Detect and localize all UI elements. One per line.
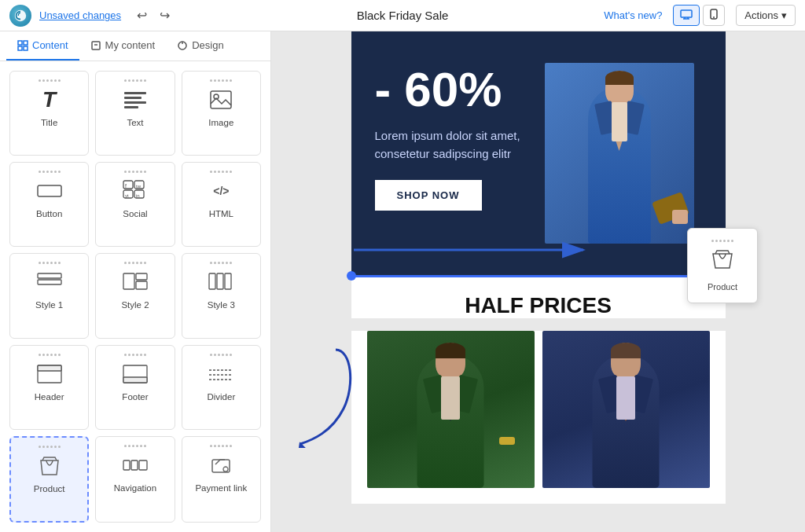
drag-handle [38,171,61,173]
drag-handle [38,262,61,264]
undo-redo-group: ↩ ↪ [132,5,175,26]
half-prices-section: HALF PRICES [351,277,726,318]
svg-rect-10 [24,46,28,50]
hero-left: - 60% Lorem ipsum dolor sit amet, conset… [375,63,545,244]
drag-handle [209,79,233,82]
email-canvas: - 60% Lorem ipsum dolor sit amet, conset… [351,31,726,504]
redo-button[interactable]: ↪ [155,5,175,26]
hero-subtitle: Lorem ipsum dolor sit amet, consetetur s… [375,127,545,163]
title-icon: T [34,86,65,113]
svg-rect-43 [139,460,147,470]
product-icon [34,453,65,479]
tooltip-dots [711,240,733,242]
button-label: Button [36,209,62,218]
product-label: Product [34,484,65,493]
footer-label: Footer [122,392,148,402]
hero-cta-button[interactable]: SHOP NOW [375,180,482,211]
style1-label: Style 1 [35,300,63,310]
element-header[interactable]: Header [9,345,89,430]
tooltip-label: Product [708,282,737,292]
image-label: Image [208,118,233,127]
unsaved-changes-link[interactable]: Unsaved changes [39,9,121,21]
topbar-right: What's new? Actions ▾ [604,5,796,26]
drag-handle [38,79,61,82]
product-tooltip: Product [687,228,758,303]
header-label: Header [35,392,64,402]
svg-rect-1 [681,10,692,17]
drag-handle [209,171,233,173]
document-title: Black Friday Sale [357,9,449,22]
tab-design[interactable]: Design [166,31,234,61]
element-style3[interactable]: Style 3 [182,253,261,338]
svg-text:tw: tw [136,184,142,189]
element-text[interactable]: Text [95,71,175,156]
element-button[interactable]: Button [9,162,89,247]
actions-label: Actions [744,9,778,21]
svg-text:yt: yt [125,193,129,198]
payment-label: Payment link [195,483,247,493]
tab-content[interactable]: Content [6,31,79,61]
undo-button[interactable]: ↩ [132,5,152,26]
element-product[interactable]: Product [9,436,89,523]
header-icon [34,361,65,387]
main-layout: Content My content Design T Title [0,31,805,532]
svg-rect-44 [212,460,230,472]
svg-rect-31 [209,273,215,289]
svg-rect-27 [38,280,61,284]
divider-icon [205,361,237,387]
style3-label: Style 3 [208,300,235,310]
navigation-icon [119,452,151,479]
text-icon [119,86,151,113]
navigation-label: Navigation [114,483,156,493]
svg-text:f: f [125,183,127,189]
app-logo [9,5,31,27]
svg-point-45 [223,467,228,471]
product-card-1 [367,331,535,488]
hero-section: - 60% Lorem ipsum dolor sit amet, conset… [351,31,726,275]
tab-my-content[interactable]: My content [79,31,167,61]
half-prices-title: HALF PRICES [367,293,710,318]
svg-rect-8 [24,41,28,45]
svg-rect-42 [131,460,138,470]
drag-handle [209,354,233,356]
drag-handle [209,445,233,447]
divider-label: Divider [207,392,235,402]
hero-right [545,63,702,244]
actions-menu[interactable]: Actions ▾ [736,5,796,26]
svg-rect-35 [38,365,61,371]
svg-point-6 [713,17,715,18]
svg-rect-17 [38,185,61,196]
svg-rect-26 [38,273,61,278]
element-footer[interactable]: Footer [95,345,175,430]
element-navigation[interactable]: Navigation [95,436,175,523]
panel-tabs: Content My content Design [0,31,270,61]
element-html[interactable]: </> HTML [182,162,261,247]
html-label: HTML [209,209,233,218]
svg-rect-15 [211,91,231,108]
element-style2[interactable]: Style 2 [95,253,175,338]
drag-handle [123,171,147,173]
tooltip-product-icon [710,247,735,277]
drop-line [351,275,726,277]
content-area: - 60% Lorem ipsum dolor sit amet, conset… [271,31,805,532]
svg-rect-37 [123,377,147,383]
element-social[interactable]: ftwytin Social [95,162,175,247]
svg-rect-29 [136,273,147,280]
element-payment[interactable]: Payment link [182,436,261,523]
product-grid [351,331,726,504]
svg-rect-7 [18,41,22,45]
style2-icon [119,269,151,295]
element-divider[interactable]: Divider [182,345,261,430]
text-label: Text [127,118,143,127]
element-style1[interactable]: Style 1 [9,253,89,338]
desktop-view-button[interactable] [673,5,700,26]
element-image[interactable]: Image [182,71,261,156]
mobile-view-button[interactable] [703,5,725,26]
drag-handle [209,262,233,264]
svg-rect-33 [225,273,231,289]
element-title[interactable]: T Title [9,71,89,156]
view-toggle [673,5,725,26]
whats-new-link[interactable]: What's new? [604,9,662,21]
image-icon [205,86,237,113]
drag-handle [123,79,147,82]
